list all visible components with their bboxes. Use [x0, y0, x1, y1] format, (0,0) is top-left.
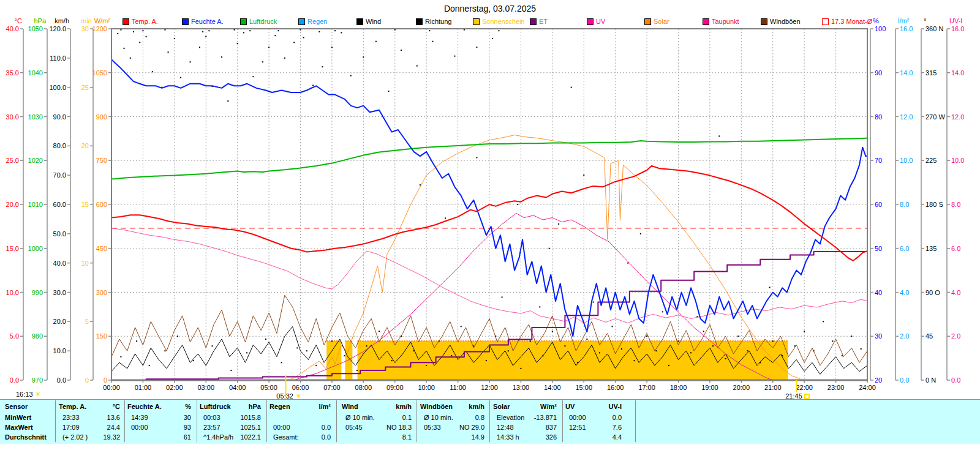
direction-dot	[356, 370, 358, 371]
svg-text:450: 450	[96, 245, 107, 252]
table-divider	[562, 400, 563, 442]
svg-text:750: 750	[96, 157, 107, 164]
direction-dot	[120, 356, 121, 358]
svg-text:100: 100	[875, 25, 886, 32]
stats-unit-7: UV-I	[565, 403, 622, 410]
svg-text:0.0: 0.0	[10, 376, 19, 384]
table-divider	[635, 400, 636, 442]
direction-dot	[268, 47, 270, 48]
svg-text:110.0: 110.0	[50, 54, 66, 62]
svg-text:22:00: 22:00	[796, 384, 813, 391]
svg-text:16.0: 16.0	[900, 25, 913, 32]
svg-text:180 S: 180 S	[925, 201, 943, 208]
stats-cell-value: 1022.1	[200, 433, 261, 441]
sun-icon: ☀	[35, 391, 42, 397]
svg-text:20: 20	[81, 142, 89, 149]
svg-text:min: min	[81, 17, 92, 24]
svg-text:07:00: 07:00	[323, 384, 341, 391]
direction-dot	[498, 30, 499, 31]
svg-text:km/h: km/h	[55, 17, 69, 24]
svg-text:1020: 1020	[28, 157, 43, 164]
direction-dot	[703, 331, 704, 332]
svg-text:11:00: 11:00	[450, 384, 466, 391]
svg-text:0: 0	[85, 376, 89, 384]
legend-item-regen: Regen	[298, 18, 327, 25]
direction-dot	[142, 30, 143, 31]
stats-unit-6: W/m²	[493, 403, 557, 410]
svg-text:1010: 1010	[28, 201, 43, 208]
stats-cell-value: 0.0	[270, 433, 331, 441]
direction-dot	[492, 38, 493, 39]
direction-dot	[564, 345, 565, 346]
direction-dot	[193, 360, 194, 361]
svg-text:hPa: hPa	[34, 17, 46, 24]
svg-text:1030: 1030	[28, 113, 43, 121]
direction-dot	[363, 56, 364, 58]
legend-swatch-wind	[356, 18, 363, 25]
stats-rowlabel-durchschnitt: Durchschnitt	[5, 433, 56, 441]
legend-label-solar: Solar	[654, 18, 669, 25]
legend-label-uv: UV	[596, 18, 605, 25]
svg-text:40.0: 40.0	[6, 25, 19, 32]
stats-cell-value: 326	[493, 433, 557, 441]
direction-dot	[199, 47, 200, 48]
direction-dot	[476, 47, 477, 48]
direction-dot	[278, 30, 279, 31]
svg-text:18:00: 18:00	[670, 384, 687, 391]
svg-text:25: 25	[81, 84, 89, 91]
direction-dot	[130, 58, 131, 59]
svg-text:20.0: 20.0	[6, 201, 19, 208]
svg-text:70.0: 70.0	[53, 171, 66, 179]
table-divider	[336, 400, 337, 442]
svg-text:80: 80	[875, 113, 882, 121]
svg-text:360 N: 360 N	[925, 25, 943, 32]
svg-text:09:00: 09:00	[386, 384, 404, 391]
direction-dot	[627, 263, 628, 264]
svg-text:2.0: 2.0	[900, 332, 909, 340]
legend-swatch-monat	[822, 18, 829, 25]
direction-dot	[539, 306, 540, 307]
stats-cell-value: 14.9	[420, 433, 484, 441]
legend-item-wind: Wind	[356, 18, 381, 25]
svg-text:02:00: 02:00	[166, 384, 183, 391]
sunshine-band	[358, 341, 788, 380]
direction-dot	[690, 352, 692, 353]
svg-text:600: 600	[96, 201, 107, 208]
daylight-duration-label: 16:13	[16, 391, 33, 398]
direction-dot	[331, 47, 333, 48]
legend-item-sonnenschein: Sonnenschein	[473, 18, 525, 25]
direction-dot	[168, 51, 169, 53]
direction-dot	[461, 326, 462, 327]
weather-day-chart-window: Donnerstag, 03.07.2025 Temp. A.Feuchte A…	[0, 0, 980, 453]
legend-label-richtung: Richtung	[425, 18, 451, 25]
svg-text:150: 150	[96, 332, 107, 340]
legend-swatch-temp	[123, 18, 129, 25]
direction-dot	[149, 365, 150, 366]
chart-plot-area[interactable]: °C0.05.010.015.020.025.030.035.040.0hPa9…	[0, 0, 980, 401]
svg-text:2.0: 2.0	[951, 332, 960, 340]
svg-text:100.0: 100.0	[49, 84, 66, 91]
svg-text:980: 980	[32, 332, 43, 340]
svg-text:225: 225	[925, 157, 937, 164]
direction-dot	[296, 347, 298, 348]
direction-dot	[230, 370, 232, 371]
direction-dot	[265, 339, 266, 340]
svg-text:12.0: 12.0	[951, 113, 964, 121]
direction-dot	[426, 365, 427, 366]
direction-dot	[205, 36, 206, 37]
svg-text:90: 90	[875, 69, 882, 77]
direction-dot	[152, 71, 153, 72]
direction-dot	[454, 56, 455, 57]
svg-text:6.0: 6.0	[900, 245, 909, 252]
svg-text:%: %	[873, 17, 879, 24]
stats-cell-value: 13.6	[59, 414, 120, 421]
direction-dot	[420, 184, 421, 185]
direction-dot	[476, 157, 477, 158]
svg-text:06:00: 06:00	[292, 384, 309, 391]
svg-text:23:00: 23:00	[827, 384, 845, 391]
stats-cell-value: 0.0	[565, 414, 622, 421]
direction-dot	[303, 37, 304, 38]
stats-unit-4: km/h	[342, 403, 412, 410]
direction-dot	[621, 348, 622, 350]
legend-swatch-sonnenschein	[473, 18, 480, 25]
